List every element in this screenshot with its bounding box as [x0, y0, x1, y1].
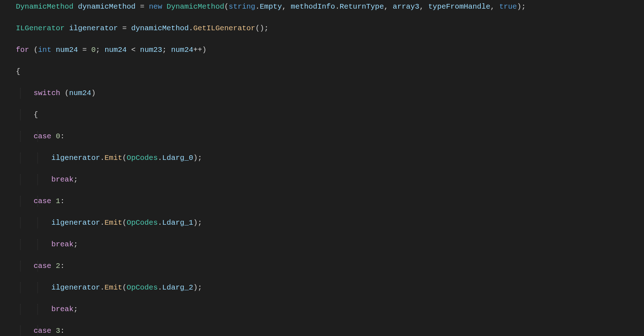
code-line: break;: [0, 174, 644, 185]
code-line: case 2:: [0, 261, 644, 272]
code-line: break;: [0, 239, 644, 250]
code-line: case 3:: [0, 326, 644, 336]
type-token: DynamicMethod: [16, 3, 74, 11]
code-line: for (int num24 = 0; num24 < num23; num24…: [0, 45, 644, 55]
code-line: case 1:: [0, 196, 644, 207]
code-line: ILGenerator ilgenerator = dynamicMethod.…: [0, 23, 644, 34]
keyword-token: new: [149, 3, 162, 11]
code-line: switch (num24): [0, 88, 644, 99]
local-token: dynamicMethod: [78, 3, 136, 11]
code-editor[interactable]: DynamicMethod dynamicMethod = new Dynami…: [0, 0, 644, 336]
code-line: {: [0, 66, 644, 77]
code-line: break;: [0, 304, 644, 315]
code-line: case 0:: [0, 131, 644, 142]
code-line: ilgenerator.Emit(OpCodes.Ldarg_1);: [0, 218, 644, 228]
control-token: for: [16, 46, 29, 54]
code-line: ilgenerator.Emit(OpCodes.Ldarg_2);: [0, 282, 644, 293]
code-line: DynamicMethod dynamicMethod = new Dynami…: [0, 1, 644, 12]
code-line: ilgenerator.Emit(OpCodes.Ldarg_0);: [0, 153, 644, 163]
code-line: {: [0, 109, 644, 120]
